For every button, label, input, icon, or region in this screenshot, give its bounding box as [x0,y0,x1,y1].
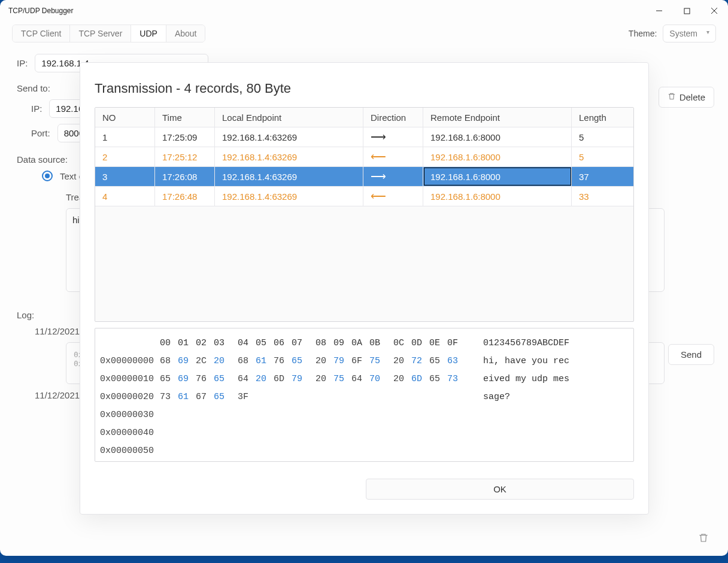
cell: 192.168.1.4:63269 [215,187,363,206]
cell [363,127,423,147]
window-controls [645,0,728,22]
tab-udp[interactable]: UDP [131,25,166,42]
cell: 192.168.1.4:63269 [215,167,363,186]
titlebar: TCP/UDP Debugger [0,0,728,22]
cell: 192.168.1.6:8000 [423,187,572,206]
log-trash-icon[interactable] [698,532,709,546]
table-row[interactable]: 317:26:08192.168.1.4:63269192.168.1.6:80… [95,167,633,187]
cell [363,187,423,206]
tab-tcp-server[interactable]: TCP Server [70,25,131,42]
theme-select[interactable]: System [663,25,716,42]
arrow-right-icon [371,170,386,183]
text-content-radio[interactable] [42,171,53,181]
sendto-ip-label: IP: [31,104,42,114]
cell [363,147,423,166]
col-no: NO [95,108,155,127]
top-row: TCP Client TCP Server UDP About Theme: S… [0,22,728,45]
table-row[interactable]: 217:25:12192.168.1.4:63269192.168.1.6:80… [95,147,633,167]
arrow-left-icon [371,190,386,203]
table-row[interactable]: 117:25:09192.168.1.4:63269192.168.1.6:80… [95,127,633,147]
sendto-label: Send to: [17,83,50,93]
col-direction: Direction [363,108,423,127]
cell: 192.168.1.6:8000 [423,167,572,186]
cell: 37 [572,167,633,186]
log-label: Log: [17,310,34,320]
dialog-title: Transmission - 4 records, 80 Byte [95,81,634,96]
tabs: TCP Client TCP Server UDP About [12,25,205,42]
log-date-1: 11/12/2021 [35,326,80,336]
maximize-button[interactable] [673,0,700,22]
close-button[interactable] [700,0,728,22]
send-button[interactable]: Send [668,344,714,365]
cell: 192.168.1.4:63269 [215,147,363,166]
ok-button[interactable]: OK [366,479,634,500]
cell: 192.168.1.6:8000 [423,127,572,147]
col-length: Length [572,108,633,127]
cell: 3 [95,167,155,186]
window-title: TCP/UDP Debugger [8,7,74,15]
cell: 4 [95,187,155,206]
cell: 5 [572,127,633,147]
theme-label: Theme: [629,29,657,38]
table-row[interactable]: 417:26:48192.168.1.4:63269192.168.1.6:80… [95,187,633,206]
cell: 33 [572,187,633,206]
cell: 17:25:09 [155,127,215,147]
cell: 192.168.1.4:63269 [215,127,363,147]
transmission-table[interactable]: NO Time Local Endpoint Direction Remote … [95,107,634,322]
hex-viewer[interactable]: 000102030405060708090A0B0C0D0E0F01234567… [95,328,634,462]
arrow-right-icon [371,130,386,144]
cell [363,167,423,186]
log-date-2: 11/12/2021 [35,390,80,400]
cell: 2 [95,147,155,166]
tab-tcp-client[interactable]: TCP Client [13,25,70,42]
transmission-dialog: Transmission - 4 records, 80 Byte NO Tim… [80,62,649,515]
ip-label: IP: [17,58,28,68]
cell: 1 [95,127,155,147]
col-remote: Remote Endpoint [423,108,572,127]
data-source-label: Data source: [17,154,68,165]
theme-row: Theme: System [629,25,716,42]
col-local: Local Endpoint [215,108,363,127]
cell: 17:25:12 [155,147,215,166]
cell: 17:26:48 [155,187,215,206]
arrow-left-icon [371,150,386,163]
delete-button[interactable]: Delete [659,87,714,108]
trash-icon [668,92,676,102]
port-label: Port: [31,128,50,138]
tab-about[interactable]: About [166,25,205,42]
col-time: Time [155,108,215,127]
main-window: TCP/UDP Debugger TCP Client TCP Server U… [0,0,728,556]
table-header: NO Time Local Endpoint Direction Remote … [95,108,633,127]
cell: 192.168.1.6:8000 [423,147,572,166]
delete-label: Delete [680,92,705,102]
minimize-button[interactable] [645,0,673,22]
cell: 17:26:08 [155,167,215,186]
svg-rect-1 [684,8,690,14]
cell: 5 [572,147,633,166]
